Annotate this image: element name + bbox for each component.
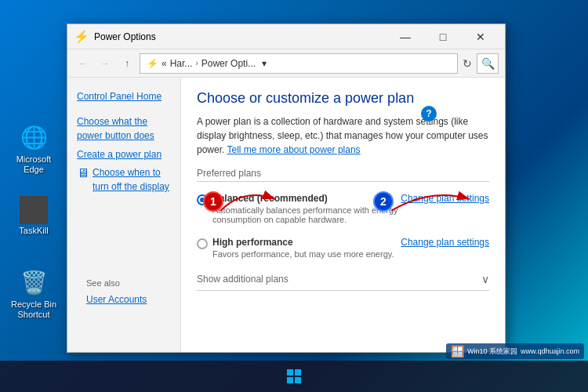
taskkill-icon — [20, 196, 48, 224]
address-icon: ⚡ — [147, 58, 158, 69]
edge-icon: 🌐 — [18, 122, 49, 153]
window-icon: ⚡ — [74, 29, 89, 44]
plan-high-name: High performance — [212, 237, 394, 248]
radio-high-performance[interactable] — [197, 238, 208, 249]
see-also-label: See also — [77, 276, 172, 290]
plan-balanced-row: Balanced (recommended) Automatically bal… — [197, 193, 489, 224]
sidebar-display-off[interactable]: Choose when to turn off the display — [93, 165, 171, 194]
power-options-window: ⚡ Power Options — □ ✕ ← → ↑ ⚡ « Har... ›… — [67, 24, 506, 353]
plan-balanced-desc: Automatically balances performance with … — [212, 205, 401, 224]
page-description: A power plan is a collection of hardware… — [197, 114, 489, 157]
learn-more-link[interactable]: Tell me more about power plans — [227, 144, 360, 155]
taskbar[interactable] — [0, 361, 588, 392]
breadcrumb-har: « — [162, 58, 167, 69]
win10-watermark: 🪟 Win10 系统家园 www.qdhuajin.com — [446, 343, 584, 359]
sidebar-create-plan[interactable]: Create a power plan — [67, 145, 180, 164]
refresh-button[interactable]: ↻ — [461, 56, 474, 71]
title-bar: ⚡ Power Options — □ ✕ — [67, 24, 505, 49]
address-bar: ← → ↑ ⚡ « Har... › Power Opti... ▾ ↻ 🔍 — [67, 49, 505, 78]
close-button[interactable]: ✕ — [463, 24, 499, 49]
sidebar: Control Panel Home Choose what the power… — [67, 78, 181, 352]
recycle-label: Recycle Bin Shortcut — [6, 299, 61, 320]
desktop-icon-recycle[interactable]: 🗑️ Recycle Bin Shortcut — [6, 267, 61, 320]
main-content: ? Choose or customize a power plan A pow… — [181, 78, 505, 352]
svg-rect-2 — [287, 369, 293, 376]
change-plan-balanced-link[interactable]: Change plan settings — [401, 193, 489, 204]
show-additional-plans[interactable]: Show additional plans ∨ — [197, 268, 489, 291]
chevron-down-icon: ∨ — [481, 273, 489, 285]
back-button[interactable]: ← — [74, 54, 93, 73]
breadcrumb-har-text: Har... — [170, 58, 193, 69]
breadcrumb-sep: › — [195, 59, 198, 67]
svg-rect-4 — [287, 377, 293, 383]
plan-balanced-left: Balanced (recommended) Automatically bal… — [197, 193, 401, 224]
windows-logo-icon — [287, 369, 301, 383]
win10-icon: 🪟 — [451, 345, 464, 358]
recycle-icon: 🗑️ — [18, 267, 49, 298]
plan-high-desc: Favors performance, but may use more ene… — [212, 249, 394, 259]
breadcrumb-power: Power Opti... — [201, 58, 256, 69]
address-input[interactable]: ⚡ « Har... › Power Opti... ▾ — [140, 53, 458, 74]
plan-high-left: High performance Favors performance, but… — [197, 237, 394, 259]
sidebar-control-panel-home[interactable]: Control Panel Home — [67, 87, 180, 106]
plan-high-row: High performance Favors performance, but… — [197, 237, 489, 259]
content-area: Control Panel Home Choose what the power… — [67, 78, 505, 352]
annotation-1: 1 — [203, 191, 223, 212]
up-button[interactable]: ↑ — [118, 54, 136, 73]
svg-rect-3 — [295, 369, 301, 376]
minimize-button[interactable]: — — [387, 24, 423, 49]
svg-rect-5 — [295, 377, 301, 383]
annotation-2: 2 — [373, 191, 394, 212]
breadcrumb: « Har... › Power Opti... — [162, 58, 256, 69]
win10-text: Win10 系统家园 — [467, 347, 517, 357]
see-also-section: See also User Accounts — [67, 270, 181, 309]
monitor-icon: 🖥 — [77, 166, 89, 180]
page-title: Choose or customize a power plan — [197, 90, 489, 107]
change-plan-high-link[interactable]: Change plan settings — [401, 237, 489, 248]
desktop-icon-taskkill[interactable]: TaskKill — [6, 196, 61, 236]
edge-label: Microsoft Edge — [6, 154, 61, 175]
plan-high-info: High performance Favors performance, but… — [212, 237, 394, 259]
taskkill-label: TaskKill — [19, 226, 48, 236]
preferred-plans-label: Preferred plans — [197, 168, 489, 179]
window-controls: — □ ✕ — [387, 24, 499, 49]
plan-balanced[interactable]: Balanced (recommended) Automatically bal… — [197, 190, 489, 227]
plan-high-performance[interactable]: High performance Favors performance, but… — [197, 234, 489, 262]
sidebar-power-button[interactable]: Choose what the power button does — [67, 112, 180, 145]
start-button[interactable] — [281, 364, 307, 389]
search-box[interactable]: 🔍 — [477, 53, 499, 74]
info-button[interactable]: ? — [421, 106, 437, 122]
forward-button[interactable]: → — [96, 54, 114, 73]
sidebar-user-accounts[interactable]: User Accounts — [77, 290, 172, 309]
preferred-plans-header: Preferred plans — [197, 168, 489, 182]
win10-url: www.qdhuajin.com — [521, 347, 579, 355]
show-additional-text: Show additional plans — [197, 274, 289, 285]
plan-balanced-info: Balanced (recommended) Automatically bal… — [212, 193, 401, 224]
maximize-button[interactable]: □ — [425, 24, 461, 49]
window-title: Power Options — [94, 31, 387, 42]
dropdown-icon: ▾ — [262, 58, 267, 69]
desktop-icon-edge[interactable]: 🌐 Microsoft Edge — [6, 122, 61, 175]
